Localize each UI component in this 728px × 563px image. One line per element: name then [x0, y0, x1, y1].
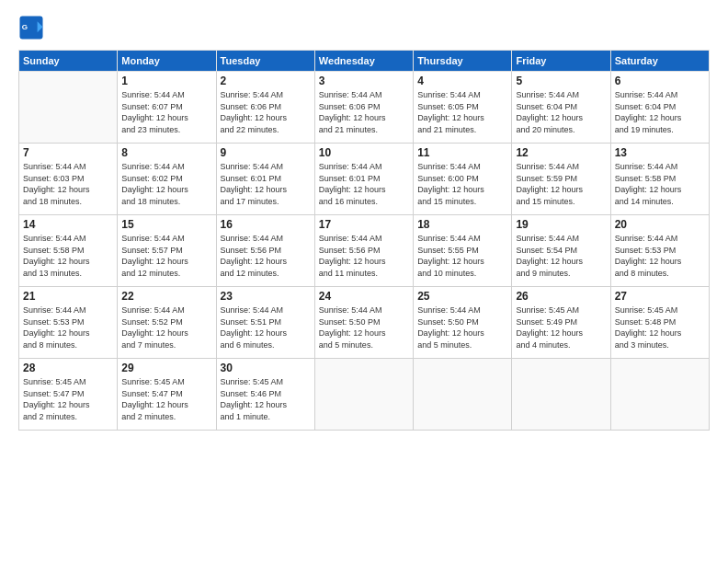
day-info: Sunrise: 5:45 AM Sunset: 5:49 PM Dayligh…: [516, 304, 606, 350]
day-number: 18: [417, 218, 507, 231]
day-number: 13: [615, 146, 705, 159]
day-info: Sunrise: 5:44 AM Sunset: 5:52 PM Dayligh…: [121, 304, 211, 350]
day-number: 22: [121, 290, 211, 303]
day-number: 24: [319, 290, 409, 303]
day-info: Sunrise: 5:44 AM Sunset: 6:04 PM Dayligh…: [516, 89, 606, 135]
weekday-header-wednesday: Wednesday: [314, 51, 413, 72]
day-info: Sunrise: 5:44 AM Sunset: 6:01 PM Dayligh…: [221, 161, 311, 207]
day-info: Sunrise: 5:44 AM Sunset: 5:56 PM Dayligh…: [319, 233, 409, 279]
day-info: Sunrise: 5:44 AM Sunset: 5:54 PM Dayligh…: [516, 233, 606, 279]
day-number: 20: [615, 218, 705, 231]
day-number: 27: [615, 290, 705, 303]
week-row-3: 21Sunrise: 5:44 AM Sunset: 5:53 PM Dayli…: [19, 287, 710, 359]
day-number: 7: [23, 146, 113, 159]
calendar-cell: 21Sunrise: 5:44 AM Sunset: 5:53 PM Dayli…: [19, 287, 118, 359]
day-number: 8: [121, 146, 211, 159]
day-number: 11: [417, 146, 507, 159]
calendar-table: SundayMondayTuesdayWednesdayThursdayFrid…: [18, 50, 710, 431]
calendar-cell: 6Sunrise: 5:44 AM Sunset: 6:04 PM Daylig…: [610, 72, 709, 144]
day-number: 6: [615, 75, 705, 87]
week-row-2: 14Sunrise: 5:44 AM Sunset: 5:58 PM Dayli…: [19, 215, 710, 287]
day-number: 14: [23, 218, 113, 231]
day-info: Sunrise: 5:45 AM Sunset: 5:46 PM Dayligh…: [221, 376, 311, 422]
logo: G: [18, 15, 46, 40]
day-number: 3: [319, 75, 409, 87]
day-number: 12: [516, 146, 606, 159]
calendar-cell: 28Sunrise: 5:45 AM Sunset: 5:47 PM Dayli…: [19, 359, 118, 431]
day-number: 19: [516, 218, 606, 231]
logo-icon: G: [18, 15, 44, 40]
svg-text:G: G: [22, 23, 28, 31]
calendar-cell: 7Sunrise: 5:44 AM Sunset: 6:03 PM Daylig…: [19, 144, 118, 215]
calendar-cell: [414, 359, 512, 431]
calendar-cell: 24Sunrise: 5:44 AM Sunset: 5:50 PM Dayli…: [314, 287, 413, 359]
day-info: Sunrise: 5:45 AM Sunset: 5:47 PM Dayligh…: [23, 376, 113, 422]
weekday-header-sunday: Sunday: [19, 51, 118, 72]
day-info: Sunrise: 5:45 AM Sunset: 5:48 PM Dayligh…: [615, 304, 705, 350]
day-info: Sunrise: 5:44 AM Sunset: 5:51 PM Dayligh…: [221, 304, 311, 350]
day-info: Sunrise: 5:44 AM Sunset: 5:59 PM Dayligh…: [516, 161, 606, 207]
calendar-cell: 29Sunrise: 5:45 AM Sunset: 5:47 PM Dayli…: [118, 359, 216, 431]
day-info: Sunrise: 5:44 AM Sunset: 6:02 PM Dayligh…: [121, 161, 211, 207]
calendar-cell: 5Sunrise: 5:44 AM Sunset: 6:04 PM Daylig…: [512, 72, 610, 144]
day-info: Sunrise: 5:44 AM Sunset: 6:00 PM Dayligh…: [417, 161, 507, 207]
day-number: 23: [221, 290, 311, 303]
calendar-cell: 8Sunrise: 5:44 AM Sunset: 6:02 PM Daylig…: [118, 144, 216, 215]
day-info: Sunrise: 5:44 AM Sunset: 5:56 PM Dayligh…: [221, 233, 311, 279]
weekday-header-monday: Monday: [118, 51, 216, 72]
day-number: 4: [417, 75, 507, 87]
calendar-cell: 14Sunrise: 5:44 AM Sunset: 5:58 PM Dayli…: [19, 215, 118, 287]
calendar-cell: [314, 359, 413, 431]
day-info: Sunrise: 5:44 AM Sunset: 5:58 PM Dayligh…: [615, 161, 705, 207]
page: G SundayMondayTuesdayWednesdayThursdayFr…: [0, 0, 728, 563]
calendar-cell: [610, 359, 709, 431]
weekday-header-saturday: Saturday: [610, 51, 709, 72]
calendar-cell: 19Sunrise: 5:44 AM Sunset: 5:54 PM Dayli…: [512, 215, 610, 287]
calendar-cell: 27Sunrise: 5:45 AM Sunset: 5:48 PM Dayli…: [610, 287, 709, 359]
calendar-cell: 3Sunrise: 5:44 AM Sunset: 6:06 PM Daylig…: [314, 72, 413, 144]
day-info: Sunrise: 5:44 AM Sunset: 5:50 PM Dayligh…: [319, 304, 409, 350]
week-row-1: 7Sunrise: 5:44 AM Sunset: 6:03 PM Daylig…: [19, 144, 710, 215]
day-number: 9: [221, 146, 311, 159]
header: G: [18, 15, 710, 40]
calendar-cell: 17Sunrise: 5:44 AM Sunset: 5:56 PM Dayli…: [314, 215, 413, 287]
calendar-cell: 12Sunrise: 5:44 AM Sunset: 5:59 PM Dayli…: [512, 144, 610, 215]
calendar-cell: 23Sunrise: 5:44 AM Sunset: 5:51 PM Dayli…: [216, 287, 314, 359]
weekday-header-thursday: Thursday: [414, 51, 512, 72]
day-number: 21: [23, 290, 113, 303]
calendar-cell: 1Sunrise: 5:44 AM Sunset: 6:07 PM Daylig…: [118, 72, 216, 144]
calendar-cell: [512, 359, 610, 431]
day-info: Sunrise: 5:44 AM Sunset: 6:06 PM Dayligh…: [319, 89, 409, 135]
day-number: 15: [121, 218, 211, 231]
day-info: Sunrise: 5:44 AM Sunset: 6:05 PM Dayligh…: [417, 89, 507, 135]
weekday-header-friday: Friday: [512, 51, 610, 72]
calendar-cell: 25Sunrise: 5:44 AM Sunset: 5:50 PM Dayli…: [414, 287, 512, 359]
day-info: Sunrise: 5:44 AM Sunset: 6:03 PM Dayligh…: [23, 161, 113, 207]
calendar-cell: 11Sunrise: 5:44 AM Sunset: 6:00 PM Dayli…: [414, 144, 512, 215]
week-row-4: 28Sunrise: 5:45 AM Sunset: 5:47 PM Dayli…: [19, 359, 710, 431]
calendar-cell: 16Sunrise: 5:44 AM Sunset: 5:56 PM Dayli…: [216, 215, 314, 287]
day-info: Sunrise: 5:44 AM Sunset: 5:53 PM Dayligh…: [23, 304, 113, 350]
day-number: 28: [23, 362, 113, 374]
week-row-0: 1Sunrise: 5:44 AM Sunset: 6:07 PM Daylig…: [19, 72, 710, 144]
day-info: Sunrise: 5:44 AM Sunset: 6:04 PM Dayligh…: [615, 89, 705, 135]
day-number: 2: [221, 75, 311, 87]
day-info: Sunrise: 5:45 AM Sunset: 5:47 PM Dayligh…: [121, 376, 211, 422]
day-info: Sunrise: 5:44 AM Sunset: 5:55 PM Dayligh…: [417, 233, 507, 279]
day-info: Sunrise: 5:44 AM Sunset: 6:01 PM Dayligh…: [319, 161, 409, 207]
day-number: 29: [121, 362, 211, 374]
calendar-cell: [19, 72, 118, 144]
calendar-cell: 9Sunrise: 5:44 AM Sunset: 6:01 PM Daylig…: [216, 144, 314, 215]
calendar-cell: 10Sunrise: 5:44 AM Sunset: 6:01 PM Dayli…: [314, 144, 413, 215]
day-number: 25: [417, 290, 507, 303]
day-number: 17: [319, 218, 409, 231]
calendar-cell: 4Sunrise: 5:44 AM Sunset: 6:05 PM Daylig…: [414, 72, 512, 144]
calendar-cell: 20Sunrise: 5:44 AM Sunset: 5:53 PM Dayli…: [610, 215, 709, 287]
weekday-header-tuesday: Tuesday: [216, 51, 314, 72]
calendar-cell: 13Sunrise: 5:44 AM Sunset: 5:58 PM Dayli…: [610, 144, 709, 215]
calendar-cell: 2Sunrise: 5:44 AM Sunset: 6:06 PM Daylig…: [216, 72, 314, 144]
day-number: 26: [516, 290, 606, 303]
calendar-cell: 30Sunrise: 5:45 AM Sunset: 5:46 PM Dayli…: [216, 359, 314, 431]
day-number: 30: [221, 362, 311, 374]
calendar-cell: 22Sunrise: 5:44 AM Sunset: 5:52 PM Dayli…: [118, 287, 216, 359]
